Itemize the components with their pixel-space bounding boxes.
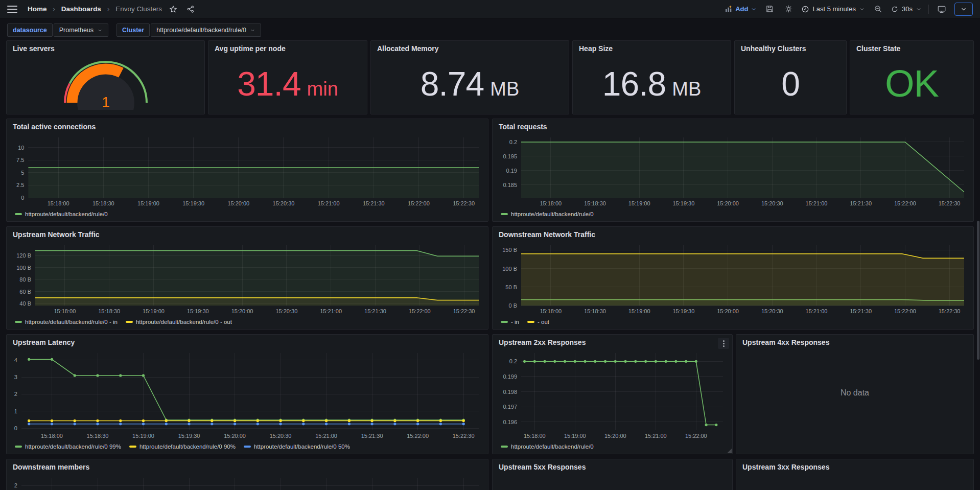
collapse-nav-button[interactable]: [954, 3, 973, 16]
chart-total-active-connections[interactable]: 02.557.51015:18:0015:18:3015:19:0015:19:…: [10, 134, 484, 208]
svg-text:15:20:00: 15:20:00: [224, 433, 246, 439]
cluster-select[interactable]: httproute/default/backend/rule/0: [151, 24, 261, 37]
favorite-star-icon[interactable]: [167, 3, 179, 15]
svg-text:15:20:30: 15:20:30: [270, 433, 292, 439]
svg-text:0: 0: [14, 425, 17, 431]
legend-item[interactable]: httproute/default/backend/rule/0: [15, 211, 108, 217]
svg-text:15:22:30: 15:22:30: [453, 200, 475, 206]
panel-title[interactable]: Upstream Latency: [13, 338, 75, 346]
panel-menu-icon[interactable]: [718, 338, 729, 349]
legend-series-label: httproute/default/backend/rule/0 99%: [25, 444, 121, 450]
share-icon[interactable]: [184, 3, 197, 15]
svg-text:1: 1: [102, 94, 110, 110]
cluster-label: Cluster: [116, 24, 150, 37]
panel-heap-size: Heap Size 16.8MB: [572, 40, 731, 114]
panel-title[interactable]: Downstream Network Traffic: [499, 230, 595, 239]
svg-text:2.5: 2.5: [16, 182, 24, 188]
panel-live-servers: Live servers 1: [6, 40, 205, 114]
svg-text:15:20:00: 15:20:00: [231, 308, 253, 314]
refresh-picker[interactable]: 30s: [891, 5, 922, 13]
panel-title[interactable]: Upstream 5xx Responses: [499, 463, 586, 471]
svg-text:15:22:30: 15:22:30: [939, 200, 961, 206]
svg-text:15:18:00: 15:18:00: [540, 200, 562, 206]
legend-item[interactable]: httproute/default/backend/rule/0 - in: [15, 319, 118, 325]
chart-legend: - in- out: [501, 317, 549, 326]
breadcrumb-dashboards[interactable]: Dashboards: [61, 5, 101, 13]
svg-text:15:22:30: 15:22:30: [453, 308, 475, 314]
svg-text:0.185: 0.185: [503, 182, 517, 188]
zoom-out-icon[interactable]: [872, 3, 884, 15]
settings-gear-icon[interactable]: [782, 3, 795, 15]
panel-title[interactable]: Unhealthy Clusters: [741, 44, 806, 53]
panel-title[interactable]: Upstream Network Traffic: [13, 230, 100, 239]
svg-text:120 B: 120 B: [16, 252, 31, 259]
menu-icon[interactable]: [7, 6, 17, 13]
legend-item[interactable]: httproute/default/backend/rule/0 - out: [126, 319, 232, 325]
legend-item[interactable]: - in: [501, 319, 519, 325]
svg-text:15:22:00: 15:22:00: [408, 200, 430, 206]
svg-text:15:19:00: 15:19:00: [143, 308, 165, 314]
svg-text:0.198: 0.198: [503, 389, 517, 395]
svg-text:15:21:00: 15:21:00: [645, 433, 667, 439]
svg-text:0: 0: [21, 195, 24, 201]
panel-title[interactable]: Cluster State: [856, 44, 900, 53]
chart-upstream-network-traffic[interactable]: 40 B60 B80 B100 B120 B15:18:0015:18:3015…: [10, 242, 484, 316]
chart-upstream-latency[interactable]: 0123415:18:0015:18:3015:19:0015:19:3015:…: [10, 350, 484, 440]
panel-title[interactable]: Total requests: [499, 123, 547, 131]
svg-text:60 B: 60 B: [19, 289, 31, 295]
scrollbar-thumb[interactable]: [977, 221, 979, 360]
legend-item[interactable]: - out: [527, 319, 549, 325]
save-icon[interactable]: [763, 3, 776, 15]
panel-title[interactable]: Live servers: [13, 44, 55, 53]
legend-series-label: httproute/default/backend/rule/0 - in: [25, 319, 118, 325]
panel-title[interactable]: Total active connections: [13, 123, 96, 131]
svg-text:7.5: 7.5: [16, 157, 24, 163]
svg-text:15:19:30: 15:19:30: [182, 200, 204, 206]
panel-title[interactable]: Upstream 3xx Responses: [742, 463, 829, 471]
chart-total-requests[interactable]: 0.1850.190.1950.215:18:0015:18:3015:19:0…: [496, 134, 969, 208]
panel-upstream-latency: Upstream Latency 0123415:18:0015:18:3015…: [6, 334, 488, 454]
time-range-picker[interactable]: Last 5 minutes: [801, 5, 865, 13]
stat-value: 8.74MB: [421, 64, 519, 103]
svg-text:2: 2: [14, 482, 17, 488]
chart-upstream-2xx[interactable]: 0.1960.1970.1980.1990.215:18:0015:19:001…: [496, 350, 728, 440]
svg-text:15:22:30: 15:22:30: [453, 433, 475, 439]
svg-text:15:18:00: 15:18:00: [41, 433, 63, 439]
chart-downstream-network-traffic[interactable]: 0 B50 B100 B150 B15:18:0015:18:3015:19:0…: [496, 242, 969, 316]
panel-title[interactable]: Upstream 4xx Responses: [742, 338, 829, 346]
svg-text:15:20:00: 15:20:00: [227, 200, 249, 206]
svg-text:0.19: 0.19: [506, 168, 517, 174]
svg-text:15:20:30: 15:20:30: [273, 200, 295, 206]
legend-item[interactable]: httproute/default/backend/rule/0: [501, 444, 594, 450]
chart-downstream-members[interactable]: 215:18:0015:18:3015:19:0015:19:3015:20:0…: [10, 475, 484, 490]
breadcrumb-home[interactable]: Home: [28, 5, 47, 13]
chevron-down-icon: [916, 6, 922, 12]
panel-title[interactable]: Upstream 2xx Responses: [499, 338, 586, 346]
svg-text:0.2: 0.2: [509, 358, 517, 364]
legend-item[interactable]: httproute/default/backend/rule/0: [501, 211, 594, 217]
panel-title[interactable]: Avg uptime per node: [215, 44, 286, 53]
svg-text:15:22:00: 15:22:00: [409, 308, 431, 314]
datasource-select[interactable]: Prometheus: [54, 24, 108, 37]
panel-title[interactable]: Downstream members: [13, 463, 89, 471]
svg-text:15:18:30: 15:18:30: [98, 308, 120, 314]
add-button[interactable]: Add: [725, 5, 757, 13]
stat-value: OK: [885, 62, 939, 105]
legend-item[interactable]: httproute/default/backend/rule/0 90%: [129, 444, 236, 450]
panel-resize-handle[interactable]: [727, 449, 732, 453]
panel-title[interactable]: Heap Size: [579, 44, 613, 53]
chart-legend: httproute/default/backend/rule/0 - inhtt…: [15, 317, 232, 326]
legend-item[interactable]: httproute/default/backend/rule/0 99%: [15, 444, 121, 450]
legend-item[interactable]: httproute/default/backend/rule/0 50%: [244, 444, 350, 450]
divider: [928, 5, 929, 14]
legend-series-label: - out: [538, 319, 549, 325]
legend-series-label: httproute/default/backend/rule/0 50%: [254, 444, 350, 450]
chevron-down-icon: [97, 28, 103, 33]
svg-text:15:18:00: 15:18:00: [48, 200, 69, 206]
breadcrumb-separator: ›: [52, 5, 56, 13]
tv-mode-icon[interactable]: [936, 3, 948, 15]
panel-title[interactable]: Allocated Memory: [377, 44, 439, 53]
svg-text:0.196: 0.196: [503, 419, 517, 425]
add-panel-icon: [725, 5, 733, 13]
svg-text:100 B: 100 B: [16, 265, 31, 271]
